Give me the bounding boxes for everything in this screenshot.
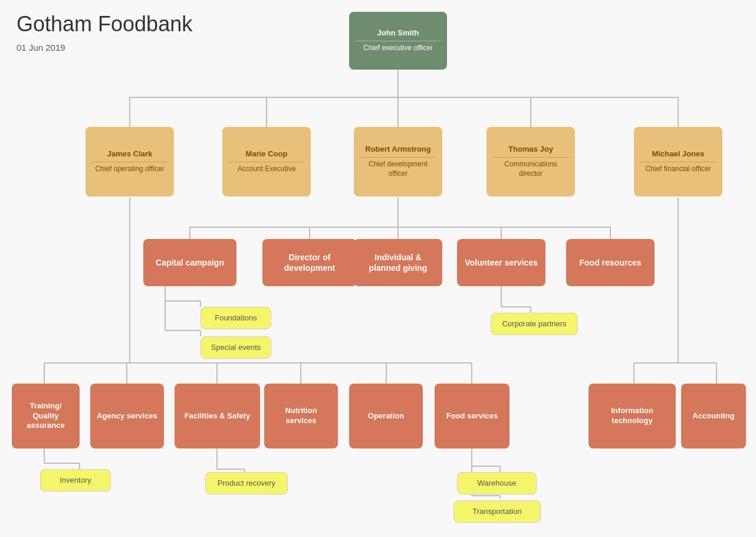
node-corporate: Corporate partners — [491, 313, 578, 335]
node-cc: Capital campaign — [143, 239, 236, 286]
node-agency: Agency services — [90, 384, 164, 448]
node-ae: Marie Coop Account Executive — [222, 127, 311, 197]
node-product-recovery: Product recovery — [205, 472, 288, 495]
node-ceo: John Smith Chief executive officer — [349, 12, 447, 70]
node-warehouse: Warehouse — [457, 472, 537, 495]
node-cdo: Robert Armstrong Chief development offic… — [354, 127, 442, 197]
node-it: Information technology — [589, 384, 676, 448]
node-foundations: Foundations — [200, 307, 271, 329]
node-accounting: Accounting — [681, 384, 746, 448]
node-cd: Thomas Joy Communications director — [487, 127, 575, 197]
node-training: Training/ Quality assurance — [12, 384, 80, 448]
node-nutrition: Nutrition services — [264, 384, 338, 448]
node-inventory: Inventory — [40, 469, 111, 492]
node-cfo: Michael Jones Chief financial officer — [634, 127, 722, 197]
node-coo: James Clark Chief operating officer — [86, 127, 174, 197]
node-special-events: Special events — [200, 336, 271, 359]
node-vs: Volunteer services — [457, 239, 545, 286]
node-fr: Food resources — [566, 239, 655, 286]
node-food-services: Food services — [435, 384, 510, 448]
page-date: 01 Jun 2019 — [17, 42, 65, 53]
node-operation: Operation — [349, 384, 423, 448]
node-transportation: Transportation — [453, 500, 541, 523]
node-dd: Director of development — [262, 239, 357, 286]
page-title: Gotham Foodbank — [17, 12, 192, 37]
node-ipg: Individual & planned giving — [354, 239, 442, 286]
node-facilities: Facilities & Safety — [175, 384, 260, 448]
